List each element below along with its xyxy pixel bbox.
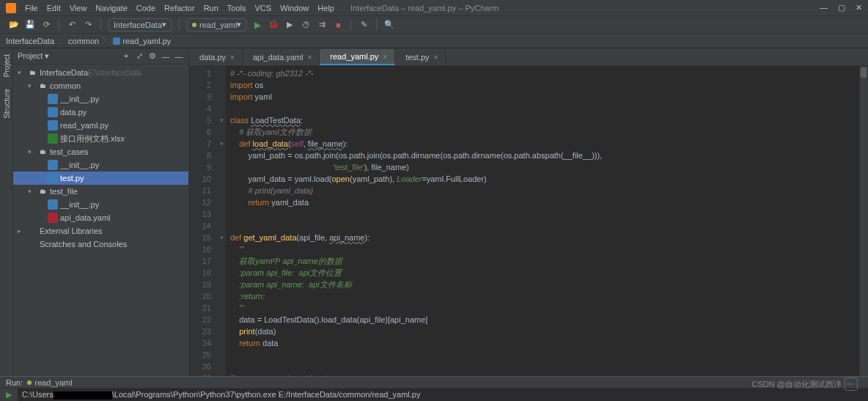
tree-item[interactable]: data.py bbox=[13, 106, 188, 119]
project-selector[interactable]: InterfaceData ▾ bbox=[108, 18, 172, 32]
profile-icon[interactable]: ⏱ bbox=[300, 19, 312, 31]
gutter-marks[interactable]: ▾▾▾▸ bbox=[217, 66, 226, 376]
python-file-icon bbox=[113, 37, 120, 45]
tree-item[interactable]: ▾🖿common bbox=[13, 79, 188, 92]
menu-file[interactable]: File bbox=[21, 4, 43, 12]
coverage-icon[interactable]: ▶ bbox=[284, 19, 295, 31]
locate-icon[interactable]: ⌖ bbox=[121, 51, 131, 61]
editor-tab[interactable]: api_data.yaml× bbox=[243, 49, 320, 65]
select-opened-icon[interactable]: ⤢ bbox=[134, 51, 144, 61]
editor-tab[interactable]: read_yaml.py× bbox=[320, 49, 395, 65]
search-icon[interactable]: 🔍 bbox=[383, 19, 395, 31]
close-tab-icon[interactable]: × bbox=[383, 53, 387, 61]
py-icon bbox=[48, 173, 58, 183]
project-panel-title[interactable]: Project ▾ bbox=[18, 51, 118, 61]
sc-icon bbox=[27, 239, 37, 249]
hide-panel-icon[interactable]: — bbox=[174, 52, 184, 61]
editor-scrollbar[interactable] bbox=[859, 66, 868, 376]
tree-item[interactable]: read_yaml.py bbox=[13, 119, 188, 132]
menu-vcs[interactable]: VCS bbox=[251, 4, 276, 12]
folder-icon: 🖿 bbox=[37, 147, 48, 157]
vcs-icon[interactable]: ✎ bbox=[358, 19, 369, 31]
py-icon bbox=[48, 120, 58, 130]
close-window-icon[interactable]: ✕ bbox=[856, 3, 862, 12]
open-icon[interactable]: 📂 bbox=[8, 19, 20, 31]
folder-icon: 🖿 bbox=[27, 67, 37, 78]
main-toolbar: 📂 💾 ⟳ ↶ ↷ InterfaceData ▾ read_yaml ▾ ▶ … bbox=[0, 16, 868, 34]
tree-item[interactable]: api_data.yaml bbox=[13, 211, 188, 224]
py-icon bbox=[48, 160, 58, 170]
tree-item[interactable]: __init__.py bbox=[13, 158, 188, 172]
side-tab-structure[interactable]: Structure bbox=[0, 83, 12, 125]
breadcrumb-item[interactable]: read_yaml.py bbox=[122, 37, 171, 45]
xlsx-icon bbox=[48, 133, 58, 144]
code-editor[interactable]: # -*- coding: gb2312 -*-import osimport … bbox=[226, 66, 859, 376]
lib-icon bbox=[27, 226, 37, 236]
folder-icon: 🖿 bbox=[37, 186, 48, 196]
undo-icon[interactable]: ↶ bbox=[66, 19, 78, 31]
menu-edit[interactable]: Edit bbox=[43, 4, 65, 12]
tree-item[interactable]: __init__.py bbox=[13, 198, 188, 211]
tree-item[interactable]: test.py bbox=[13, 172, 188, 185]
tree-item[interactable]: ▸External Libraries bbox=[13, 224, 188, 238]
tree-item[interactable]: 接口用例文档.xlsx bbox=[13, 132, 188, 145]
close-tab-icon[interactable]: × bbox=[434, 54, 438, 62]
run-config-selector[interactable]: read_yaml ▾ bbox=[187, 18, 246, 32]
run-icon[interactable]: ▶ bbox=[251, 19, 263, 31]
tree-item[interactable]: ▾🖿test_cases bbox=[13, 145, 188, 158]
menu-view[interactable]: View bbox=[65, 4, 92, 12]
app-logo bbox=[6, 3, 16, 13]
menu-refactor[interactable]: Refactor bbox=[160, 4, 199, 12]
tree-item[interactable]: ▾🖿test_file bbox=[13, 185, 188, 198]
run-tab[interactable]: read_yaml bbox=[27, 378, 72, 387]
breadcrumb-item[interactable]: common bbox=[68, 37, 99, 45]
maximize-icon[interactable]: ▢ bbox=[838, 3, 845, 12]
close-tab-icon[interactable]: × bbox=[307, 54, 312, 62]
window-title: InterfaceData – read_yaml.py – PyCharm bbox=[350, 4, 499, 12]
editor-tab[interactable]: test.py× bbox=[395, 49, 446, 65]
breadcrumb: InterfaceData 〉 common 〉 read_yaml.py bbox=[0, 34, 868, 48]
concurrent-icon[interactable]: ⇉ bbox=[316, 19, 328, 31]
menu-run[interactable]: Run bbox=[199, 4, 223, 12]
tree-item[interactable]: Scratches and Consoles bbox=[13, 238, 188, 251]
tree-item[interactable]: __init__.py bbox=[13, 92, 188, 106]
py-icon bbox=[48, 199, 58, 210]
collapse-all-icon[interactable]: — bbox=[161, 52, 171, 61]
debug-icon[interactable]: 🐞 bbox=[268, 19, 279, 31]
project-tree[interactable]: ▾🖿InterfaceData E:\InterfaceData▾🖿common… bbox=[13, 65, 188, 376]
menu-code[interactable]: Code bbox=[132, 4, 160, 12]
watermark: CSDN @自动化测试西洋 bbox=[752, 378, 858, 391]
gear-icon[interactable]: ⚙ bbox=[147, 51, 158, 61]
rerun-icon[interactable]: ▶ bbox=[6, 390, 12, 400]
breadcrumb-item[interactable]: InterfaceData bbox=[6, 37, 54, 45]
tree-item[interactable]: ▾🖿InterfaceData E:\InterfaceData bbox=[13, 66, 188, 79]
stop-icon[interactable]: ■ bbox=[332, 19, 344, 31]
minimize-icon[interactable]: — bbox=[820, 3, 828, 12]
py-icon bbox=[48, 94, 58, 104]
close-tab-icon[interactable]: × bbox=[230, 54, 235, 62]
save-icon[interactable]: 💾 bbox=[24, 19, 36, 31]
menu-tools[interactable]: Tools bbox=[223, 4, 251, 12]
run-console[interactable]: C:\Users\Local\Programs\Python\Python37\… bbox=[18, 389, 868, 401]
py-icon bbox=[48, 107, 58, 117]
menu-help[interactable]: Help bbox=[313, 4, 339, 12]
menu-navigate[interactable]: Navigate bbox=[91, 4, 131, 12]
project-tool-window: Project ▾ ⌖ ⤢ ⚙ — — ▾🖿InterfaceData E:\I… bbox=[13, 48, 189, 376]
redo-icon[interactable]: ↷ bbox=[82, 19, 94, 31]
folder-icon: 🖿 bbox=[37, 81, 48, 91]
yml-icon bbox=[48, 213, 58, 223]
run-panel-label: Run: bbox=[6, 378, 23, 387]
menu-window[interactable]: Window bbox=[276, 4, 313, 12]
line-number-gutter[interactable]: 1234567891011121314151617181920212223242… bbox=[189, 66, 217, 376]
side-tab-project[interactable]: Project bbox=[0, 48, 12, 83]
editor-tab[interactable]: data.py× bbox=[189, 49, 243, 65]
reload-icon[interactable]: ⟳ bbox=[40, 19, 52, 31]
editor-tabs: data.py×api_data.yaml×read_yaml.py×test.… bbox=[189, 48, 868, 66]
